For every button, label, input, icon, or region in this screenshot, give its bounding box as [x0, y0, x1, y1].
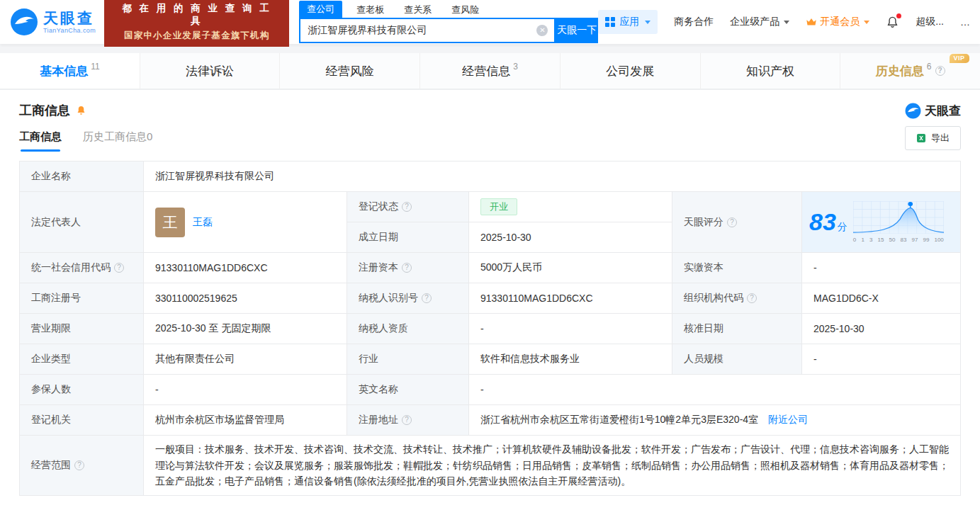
table-row: 企业类型 其他有限责任公司 行业 软件和信息技术服务业 人员规模 -: [20, 344, 961, 375]
score-value: 83分: [809, 208, 847, 236]
score-axis-label: 1: [861, 237, 864, 243]
insured-value: -: [144, 375, 347, 405]
approval-date-value: 2025-10-30: [802, 314, 961, 344]
top-nav: 应用 商务合作 企业级产品 开通会员: [598, 10, 970, 34]
nav-business-cooperation[interactable]: 商务合作: [674, 16, 714, 28]
chevron-down-icon: [864, 21, 869, 24]
tab-badge: 3: [513, 62, 518, 72]
approval-date-label: 核准日期: [672, 314, 802, 344]
nav-open-vip[interactable]: 开通会员: [806, 16, 869, 28]
search-row: 天眼一下: [299, 18, 598, 43]
more-menu[interactable]: …: [960, 16, 970, 28]
score-axis-label: 97: [911, 237, 918, 243]
established-value: 2025-10-30: [469, 222, 672, 253]
tab-company-development[interactable]: 公司发展: [561, 53, 701, 89]
export-button[interactable]: 导出: [905, 126, 961, 150]
apps-menu[interactable]: 应用: [598, 10, 658, 34]
paid-capital-label: 实缴资本: [672, 253, 802, 283]
staff-size-label: 人员规模: [672, 344, 802, 375]
subtab-business-info[interactable]: 工商信息: [19, 130, 62, 152]
logo-text: 天眼查 TianYanCha.com: [43, 10, 96, 33]
table-row: 统一社会信用代码 91330110MAG1DD6CXC 注册资本 5000万人民…: [20, 253, 961, 283]
table-row: 经营范围 一般项目：技术服务、技术开发、技术咨询、技术交流、技术转让、技术推广；…: [20, 436, 961, 496]
score-axis-label: 99: [923, 237, 929, 243]
address-cell: 浙江省杭州市余杭区五常街道爱橙街1号10幢2单元3层E320-4室 附近公司: [469, 405, 961, 436]
status-badge: 开业: [480, 198, 517, 215]
search-input[interactable]: [300, 25, 536, 36]
help-icon[interactable]: [935, 66, 945, 76]
notification-bell[interactable]: [886, 16, 899, 29]
search-tabs: 查公司 查老板 查关系 查风险: [299, 1, 598, 18]
nearby-companies-link[interactable]: 附近公司: [768, 414, 808, 425]
help-icon[interactable]: [402, 202, 412, 212]
table-row: 工商注册号 330110002519625 纳税人识别号 91330110MAG…: [20, 283, 961, 314]
brand-name: 天眼查: [925, 103, 961, 119]
company-type-label: 企业类型: [20, 344, 144, 375]
nav-super-member[interactable]: 超级...: [916, 16, 944, 28]
search-button[interactable]: 天眼一下: [556, 18, 598, 43]
taxpayer-id-value: 91330110MAG1DD6CXC: [469, 283, 672, 314]
industry-label: 行业: [347, 344, 469, 375]
enterprise-label: 企业级产品: [730, 16, 779, 28]
table-row: 登记机关 杭州市余杭区市场监督管理局 注册地址 浙江省杭州市余杭区五常街道爱橙街…: [20, 405, 961, 436]
help-icon[interactable]: [114, 263, 124, 273]
subtab-history-business-info[interactable]: 历史工商信息0: [83, 130, 152, 152]
table-row: 法定代表人 王 王磊 登记状态 开业 天眼评分: [20, 192, 961, 222]
legal-rep-cell: 王 王磊: [144, 192, 347, 253]
reg-authority-label: 登记机关: [20, 405, 144, 436]
help-icon[interactable]: [74, 460, 84, 470]
search-tab-boss[interactable]: 查老板: [356, 4, 384, 18]
excel-icon: [916, 133, 926, 143]
business-scope-value: 一般项目：技术服务、技术开发、技术咨询、技术交流、技术转让、技术推广；计算机软硬…: [144, 436, 961, 496]
tab-badge: 11: [91, 62, 99, 72]
section-header: 工商信息 天眼查: [19, 101, 961, 120]
legal-rep-label: 法定代表人: [20, 192, 144, 253]
table-row: 营业期限 2025-10-30 至 无固定期限 纳税人资质 - 核准日期 202…: [20, 314, 961, 344]
score-axis-label: 15: [877, 237, 884, 243]
help-icon[interactable]: [402, 415, 412, 425]
company-type-value: 其他有限责任公司: [144, 344, 347, 375]
apps-label: 应用: [619, 16, 639, 28]
insured-label: 参保人数: [20, 375, 144, 405]
alert-bell-icon[interactable]: [76, 105, 86, 116]
promo-line2: 国家中小企业发展子基金旗下机构: [113, 30, 280, 42]
tab-history-info[interactable]: 历史信息 6 VIP: [840, 53, 980, 89]
help-icon[interactable]: [727, 217, 737, 227]
search-tab-company[interactable]: 查公司: [299, 1, 342, 18]
tab-operating-info[interactable]: 经营信息 3: [420, 53, 561, 89]
logo-title: 天眼查: [43, 10, 96, 26]
help-icon[interactable]: [422, 293, 432, 303]
score-axis-label: 50: [889, 237, 895, 243]
taxpayer-quality-value: -: [469, 314, 672, 344]
org-code-label: 组织机构代码: [672, 283, 802, 314]
tab-legal-litigation[interactable]: 法律诉讼: [140, 53, 281, 89]
tab-operating-risk[interactable]: 经营风险: [280, 53, 420, 89]
reg-status-label: 登记状态: [347, 192, 469, 222]
clear-icon[interactable]: [536, 25, 548, 36]
reg-capital-label: 注册资本: [347, 253, 469, 283]
tab-label: 法律诉讼: [186, 63, 234, 79]
watermark-brand: 天眼查: [905, 103, 961, 119]
company-name-value: 浙江智屏视界科技有限公司: [144, 162, 961, 192]
legal-rep-link[interactable]: 王磊: [193, 216, 213, 229]
page-title: 工商信息: [19, 102, 70, 119]
vip-badge: VIP: [950, 54, 969, 63]
credit-code-value: 91330110MAG1DD6CXC: [144, 253, 347, 283]
org-code-value: MAG1DD6C-X: [802, 283, 961, 314]
help-icon[interactable]: [402, 263, 412, 273]
nav-enterprise-products[interactable]: 企业级产品: [730, 16, 789, 28]
main-tabs: 基本信息 11 法律诉讼 经营风险 经营信息 3 公司发展 知识产权 历史信息 …: [0, 53, 980, 90]
reg-number-value: 330110002519625: [144, 283, 347, 314]
tianyancha-logo[interactable]: 天眼查 TianYanCha.com: [10, 8, 96, 36]
tab-badge: 6: [927, 62, 932, 72]
business-scope-label: 经营范围: [20, 436, 144, 496]
search-tab-relation[interactable]: 查关系: [404, 4, 432, 18]
score-label: 天眼评分: [672, 192, 802, 253]
tab-intellectual-property[interactable]: 知识产权: [701, 53, 841, 89]
crown-icon: [806, 17, 817, 27]
search-tab-risk[interactable]: 查风险: [451, 4, 479, 18]
help-icon[interactable]: [747, 293, 757, 303]
promo-line1: 都 在 用 的 商 业 查 询 工 具: [113, 2, 280, 28]
legal-rep-avatar[interactable]: 王: [155, 208, 185, 237]
tab-basic-info[interactable]: 基本信息 11: [0, 53, 140, 89]
